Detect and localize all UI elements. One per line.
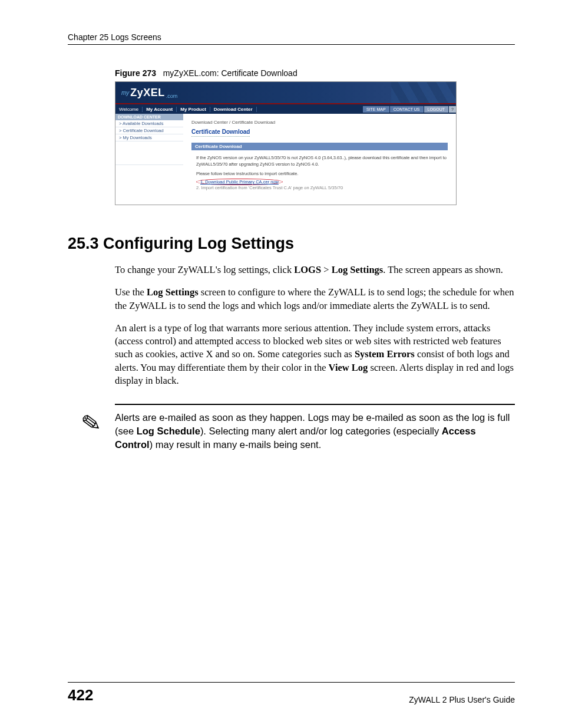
header-decoration [391,82,456,103]
nav-my-product[interactable]: My Product [177,107,210,112]
sidebar-spacer [115,141,183,165]
download-link-circled[interactable]: 1. Download Public Primary CA.cer now [196,179,283,185]
figure-label: Figure 273 [115,68,156,78]
logo-com: .com [166,93,178,99]
nav-site-map[interactable]: SITE MAP [363,106,389,113]
figure-sidebar: DOWNLOAD CENTER > Available Downloads > … [115,114,183,205]
breadcrumb: Download Center / Certificate Download [191,120,448,125]
section-p2: Use the Log Settings screen to configure… [115,286,515,312]
p1-bold-log-settings: Log Settings [332,264,384,275]
page-footer: 422 ZyWALL 2 Plus User's Guide [68,682,515,704]
p2-bold-log-settings: Log Settings [147,286,199,298]
content-bar: Certificate Download [191,143,448,150]
nav-welcome[interactable]: Welcome [115,107,143,112]
nav-my-account[interactable]: My Account [143,107,177,112]
section-heading: 25.3 Configuring Log Settings [68,235,515,253]
p1-text-a: To change your ZyWALL's log settings, cl… [115,264,294,275]
p3-bold-view-log: View Log [329,362,368,373]
nav-help-icon[interactable]: ? [449,106,456,113]
note-bold-log-schedule: Log Schedule [137,426,200,436]
figure-nav: Welcome My Account My Product Download C… [115,104,456,114]
p1-text-e: . The screen appears as shown. [383,264,503,275]
guide-name: ZyWALL 2 Plus User's Guide [409,695,515,704]
sidebar-item-available-downloads[interactable]: > Available Downloads [115,120,183,127]
figure-header-bar: my ZyXEL .com [115,82,456,103]
p1-text-c: > [321,264,332,275]
content-para1: If the ZyNOS version on your ZyWALL5/35/… [196,155,448,167]
content-para2: Please follow below instructions to impo… [196,171,448,176]
p1-bold-logs: LOGS [294,264,321,275]
figure-caption-text: myZyXEL.com: Certificate Download [163,68,297,78]
note-t3: ). Selecting many alert and/or log categ… [200,426,442,436]
section-p1: To change your ZyWALL's log settings, cl… [115,263,515,276]
content-title: Certificate Download [191,129,250,137]
note-rule [115,404,515,405]
note-t5: ) may result in many e-mails being sent. [150,439,322,450]
sidebar-item-certificate-download[interactable]: > Certificate Download [115,127,183,134]
p3-bold-system-errors: System Errors [355,348,415,360]
figure-screenshot: my ZyXEL .com Welcome My Account My Prod… [115,81,457,205]
nav-logout[interactable]: LOGOUT [424,106,449,113]
nav-contact-us[interactable]: CONTACT US [390,106,424,113]
sidebar-item-my-downloads[interactable]: > My Downloads [115,134,183,141]
logo-my: my [121,90,129,96]
note-text: Alerts are e-mailed as soon as they happ… [115,411,515,452]
p2-text-a: Use the [115,286,147,298]
figure-main: Download Center / Certificate Download C… [183,114,456,205]
page-number: 422 [68,686,93,704]
figure-caption: Figure 273 myZyXEL.com: Certificate Down… [115,68,515,78]
note-pencil-icon: ✎ [80,411,103,437]
running-header: Chapter 25 Logs Screens [68,32,515,45]
sidebar-heading: DOWNLOAD CENTER [115,114,183,120]
note-block: ✎ Alerts are e-mailed as soon as they ha… [68,404,515,452]
logo-zyxel: ZyXEL [130,87,165,99]
section-p3: An alert is a type of log that warrants … [115,322,515,387]
nav-download-center[interactable]: Download Center [210,107,257,112]
content-step2: 2. Import certification from 'Certificat… [196,185,448,190]
